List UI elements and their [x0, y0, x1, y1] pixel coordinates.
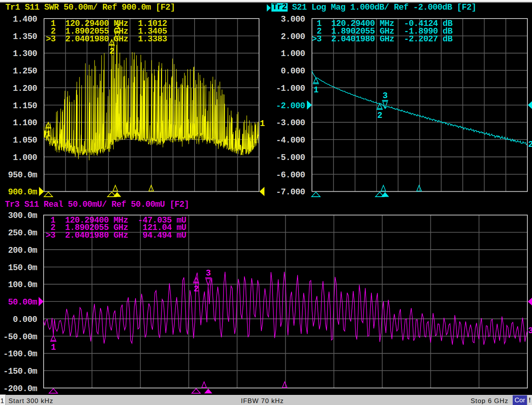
svg-text:2: 2 [194, 284, 199, 294]
svg-text:1: 1 [46, 129, 51, 139]
svg-text:3: 3 [206, 269, 211, 278]
svg-text:3: 3 [528, 326, 532, 336]
svg-text:2: 2 [528, 140, 532, 150]
svg-text:1: 1 [260, 119, 265, 129]
svg-text:2: 2 [377, 111, 382, 121]
svg-text:1: 1 [313, 85, 319, 95]
svg-text:3: 3 [383, 91, 388, 101]
svg-text:2: 2 [109, 47, 114, 56]
svg-text:1: 1 [51, 343, 56, 352]
